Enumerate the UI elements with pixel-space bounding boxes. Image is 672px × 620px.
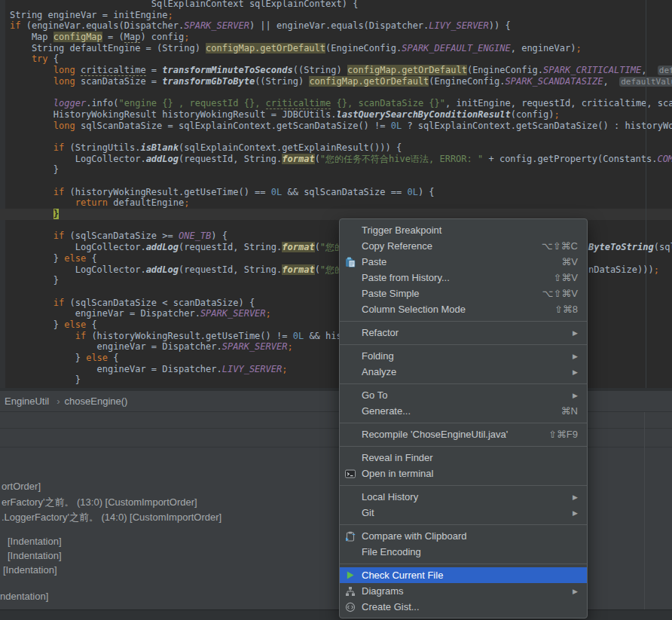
- code-token: (requestId, String.: [179, 154, 282, 164]
- code-token: 0L: [293, 331, 304, 341]
- code-token: Map: [124, 32, 141, 43]
- code-token: + config.getProperty(Constants.: [483, 154, 657, 164]
- menu-item-go-to[interactable]: Go To▶: [340, 387, 587, 403]
- menu-item-label: Recompile 'ChoseEngineUtil.java': [362, 429, 508, 440]
- code-token: else: [64, 319, 86, 330]
- menu-item-paste[interactable]: Paste⌘V: [340, 254, 587, 270]
- code-token: {: [86, 253, 96, 264]
- code-token: if: [10, 231, 64, 241]
- code-token: transformMinuteToSeconds: [162, 65, 292, 75]
- code-token: ;: [287, 341, 292, 352]
- menu-item-label: Git: [362, 507, 374, 518]
- menu-item-trigger-breakpoint[interactable]: Trigger Breakpoint: [340, 222, 587, 238]
- code-token: SPARK_SERVER: [200, 308, 266, 319]
- menu-item-label: Create Gist...: [362, 601, 420, 612]
- code-token: configMap.getOrDefault: [206, 43, 325, 53]
- menu-icon-blank: [345, 241, 362, 252]
- code-line: if (engineVar.equals(Dispatcher.SPARK_SE…: [10, 20, 672, 32]
- menu-separator: [340, 446, 587, 447]
- menu-item-label: Reveal in Finder: [362, 452, 433, 463]
- submenu-arrow-icon: ▶: [573, 353, 578, 360]
- context-menu: Trigger BreakpointCopy Reference⌥⇧⌘CPast…: [339, 218, 588, 618]
- code-token: lastQuerySearchByConditionResult: [336, 109, 510, 120]
- diagrams-icon: [345, 586, 362, 597]
- log-line: [Indentation]: [8, 550, 62, 561]
- menu-item-analyze[interactable]: Analyze▶: [340, 364, 587, 380]
- code-token: ) || engineVar.equals(Dispatcher.: [249, 20, 429, 31]
- code-token: (EngineConfig.: [325, 43, 402, 53]
- menu-icon-blank: [345, 273, 362, 283]
- code-token: ,: [603, 76, 620, 87]
- menu-item-open-in-terminal[interactable]: Open in terminal: [340, 466, 587, 481]
- menu-item-git[interactable]: Git▶: [340, 505, 587, 521]
- code-fragment: nDataSize)));: [588, 264, 659, 276]
- code-token: (requestId, String.: [179, 242, 282, 252]
- menu-icon-blank: [345, 304, 362, 315]
- menu-item-generate[interactable]: Generate...⌘N: [340, 403, 587, 419]
- breadcrumb-class[interactable]: EngineUtil: [5, 396, 49, 407]
- code-token: ;: [184, 32, 189, 42]
- submenu-arrow-icon: ▶: [573, 493, 578, 501]
- code-token: else: [64, 253, 86, 264]
- menu-item-label: Generate...: [362, 405, 411, 417]
- code-token: engineVar = Dispatcher.: [10, 364, 222, 374]
- menu-item-file-encoding[interactable]: File Encoding: [340, 544, 587, 560]
- code-line: String engineVar = initEngine;: [10, 10, 672, 21]
- code-token: {: [48, 53, 59, 64]
- code-token: (sqlS: [654, 242, 672, 252]
- code-token: .info(: [86, 98, 118, 108]
- code-token: }: [10, 319, 64, 330]
- code-token: SPARK_SERVER: [184, 20, 249, 31]
- code-token: ) {: [211, 231, 228, 241]
- menu-item-compare-with-clipboard[interactable]: Compare with Clipboard: [340, 528, 587, 544]
- code-token: (engineVar.equals(Dispatcher.: [20, 20, 184, 31]
- code-token: LIVY_SERVER: [429, 20, 488, 31]
- ide-window: SqlExplainContext sqlExplainContext) {St…: [0, 0, 672, 620]
- code-token: (sqlScanDataSize >=: [64, 231, 179, 241]
- log-line: erFactory'之前。 (13:0) [CustomImportOrder]: [2, 496, 197, 509]
- menu-separator: [340, 321, 587, 322]
- menu-item-shortcut: ⇧⌘V: [553, 272, 578, 283]
- code-token: }: [10, 253, 64, 264]
- breadcrumb-method[interactable]: choseEngine(): [65, 396, 128, 407]
- code-line: long scanDataSize = transformGbToByte((S…: [10, 76, 672, 87]
- menu-item-label: Copy Reference: [362, 240, 432, 252]
- compare-clipboard-icon: [345, 531, 362, 542]
- menu-icon-blank: [345, 406, 362, 417]
- menu-item-shortcut: ⇧⌘F9: [548, 429, 578, 440]
- code-token: criticaltime: [266, 98, 331, 109]
- menu-item-label: Open in terminal: [362, 468, 433, 479]
- code-line: }: [10, 164, 672, 176]
- code-token: LIVY_SERVER: [222, 364, 282, 374]
- code-token: (config): [511, 109, 554, 120]
- menu-item-check-current-file[interactable]: Check Current File: [340, 567, 587, 583]
- menu-item-folding[interactable]: Folding▶: [340, 348, 587, 364]
- code-line: long sqlScanDataSize = sqlExplainContext…: [10, 121, 672, 132]
- code-token: String defaultEngine = (String): [10, 43, 206, 53]
- code-token: (sqlExplainContext.getExplainResult())) …: [179, 142, 402, 153]
- menu-item-local-history[interactable]: Local History▶: [340, 489, 587, 505]
- gist-icon: [345, 602, 362, 612]
- menu-item-label: Folding: [362, 350, 394, 362]
- menu-item-copy-reference[interactable]: Copy Reference⌥⇧⌘C: [340, 238, 587, 254]
- menu-item-label: Column Selection Mode: [362, 304, 466, 315]
- menu-icon-blank: [345, 289, 362, 299]
- menu-item-label: Paste: [362, 256, 386, 267]
- menu-item-paste-simple[interactable]: Paste Simple⌥⇧⌘V: [340, 286, 587, 301]
- menu-item-create-gist[interactable]: Create Gist...: [340, 599, 587, 615]
- menu-item-paste-from-history[interactable]: Paste from History...⇧⌘V: [340, 270, 587, 286]
- code-token: configMap.getOrDefault: [347, 65, 467, 75]
- code-token: (sqlScanDataSize < scanDataSize) {: [64, 298, 255, 308]
- code-token: }: [10, 374, 81, 385]
- code-token: ,: [641, 65, 658, 75]
- code-token: addLog: [146, 264, 179, 275]
- code-token: defaultEngine: [108, 197, 184, 208]
- menu-item-diagrams[interactable]: Diagrams▶: [340, 583, 587, 599]
- menu-item-refactor[interactable]: Refactor▶: [340, 325, 587, 341]
- menu-item-reveal-in-finder[interactable]: Reveal in Finder: [340, 450, 587, 466]
- code-token: ((String): [255, 76, 309, 87]
- code-token: (requestId, String.: [179, 264, 282, 275]
- menu-item-label: File Encoding: [362, 546, 421, 557]
- menu-item-column-selection-mode[interactable]: Column Selection Mode⇧⌘8: [340, 301, 587, 317]
- menu-item-recompile-choseengineutil-java[interactable]: Recompile 'ChoseEngineUtil.java'⇧⌘F9: [340, 426, 587, 442]
